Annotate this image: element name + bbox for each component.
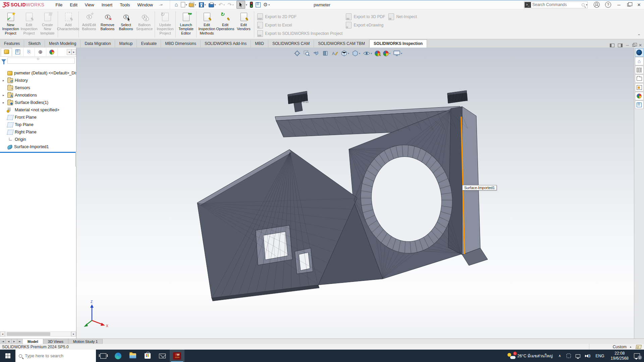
add-edit-balloons-button[interactable]: 1★ Add/Edit Balloons (80, 11, 98, 31)
panel-tab-scroll-right[interactable]: ▸ (71, 49, 76, 55)
tab-mbd-dimensions[interactable]: MBD Dimensions (161, 40, 201, 48)
edge-app-button[interactable] (111, 350, 125, 362)
edit-appearance-button[interactable] (374, 50, 381, 57)
undo-button[interactable]: ↶▾ (218, 1, 226, 9)
search-commands-input[interactable] (532, 2, 582, 7)
start-button[interactable] (0, 350, 15, 362)
displaymanager-tab[interactable] (46, 48, 58, 56)
tab-data-migration[interactable]: Data Migration (80, 40, 115, 48)
model-tab[interactable]: Model (23, 339, 43, 344)
tab-solidworks-add-ins[interactable]: SOLIDWORKS Add-Ins (201, 40, 251, 48)
3d-views-tab[interactable]: 3D Views (43, 339, 68, 344)
update-inspection-project-button[interactable]: ↻ Update Inspection Project (156, 11, 174, 35)
new-inspection-project-button[interactable]: ✔★ New Inspection Project (1, 11, 20, 35)
tab-solidworks-cam[interactable]: SOLIDWORKS CAM (268, 40, 314, 48)
tab-features[interactable]: Features (0, 40, 24, 48)
doc-restore-button[interactable] (632, 44, 635, 47)
close-button[interactable]: ✕ (634, 0, 644, 9)
print-button[interactable]: ▾ (208, 1, 217, 9)
balloon-sequence-button[interactable]: 12 Balloon Sequence (135, 11, 154, 31)
tree-item-surface-imported1[interactable]: Surface-Imported1 (0, 143, 76, 150)
command-search[interactable]: >_ ▾ (524, 1, 588, 8)
file-properties-button[interactable] (255, 1, 262, 9)
appearances-scenes-button[interactable] (635, 92, 644, 100)
panel-horizontal-scrollbar[interactable]: ◂ ▸ (0, 331, 76, 337)
motion-study-tab[interactable]: Motion Study 1 (68, 339, 103, 344)
doc-minimize-button[interactable]: ─ (626, 43, 629, 48)
custom-properties-button[interactable] (635, 101, 644, 109)
pane-left-icon[interactable] (610, 44, 614, 47)
scrollbar-thumb[interactable] (7, 332, 50, 336)
tree-item-annotations[interactable]: ▸ A Annotations (0, 92, 76, 99)
tab-markup[interactable]: Markup (115, 40, 137, 48)
tree-filter-input[interactable] (7, 58, 75, 64)
expander-icon[interactable]: ▸ (3, 79, 7, 82)
dynamic-annotation-views-button[interactable]: A (330, 49, 339, 57)
menu-tools[interactable]: Tools (116, 1, 133, 9)
net-inspect-button[interactable]: Net-Inspect (388, 12, 417, 21)
menu-edit[interactable]: Edit (66, 1, 81, 9)
units-caret-icon[interactable]: ▴ (630, 345, 631, 348)
volume-tray-icon[interactable]: )) (585, 354, 590, 358)
export-sw-inspection-button[interactable]: Export to SOLIDWORKS Inspection Project (257, 29, 342, 38)
select-balloons-button[interactable]: 1 Select Balloons (117, 11, 135, 31)
filter-funnel-icon[interactable] (1, 59, 6, 62)
tab-solidworks-cam-tbm[interactable]: SOLIDWORKS CAM TBM (314, 40, 369, 48)
hidden-icons-chevron[interactable]: ∧ (558, 354, 561, 358)
tree-item-material[interactable]: Material <not specified> (0, 106, 76, 114)
solidworks-app-button[interactable]: SW2024 (170, 350, 184, 362)
tab-mbd[interactable]: MBD (251, 40, 268, 48)
panel-collapse-handle[interactable] (37, 58, 39, 60)
add-characteristic-button[interactable]: ✎ Add Characteristic (59, 11, 77, 31)
export-edrawing-button[interactable]: Export eDrawing (346, 21, 385, 29)
export-2d-pdf-button[interactable]: Export to 2D PDF (257, 12, 342, 21)
remove-balloons-button[interactable]: 1× Remove Balloons (98, 11, 117, 31)
featuremanager-tab[interactable] (1, 48, 12, 56)
search-dropdown-caret[interactable]: ▾ (586, 3, 587, 6)
redo-button[interactable]: ↷▾ (226, 1, 235, 9)
network-tray-icon[interactable] (576, 354, 580, 358)
tree-item-right-plane[interactable]: Right Plane (0, 128, 76, 136)
propertymanager-tab[interactable] (12, 48, 23, 56)
action-center-icon[interactable]: 2 (634, 353, 640, 358)
previous-view-button[interactable] (312, 49, 320, 57)
rebuild-button[interactable] (249, 1, 254, 9)
panel-tab-scroll-left[interactable]: ◂ (67, 49, 71, 55)
launch-template-editor-button[interactable]: ➥ Launch Template Editor (177, 11, 195, 35)
clock[interactable]: 22:08 19/6/2568 (611, 351, 629, 361)
view-palette-button[interactable] (635, 83, 644, 92)
snip-tray-icon[interactable] (567, 354, 571, 358)
options-button[interactable]: ⚙▾ (262, 1, 271, 9)
hide-show-items-button[interactable]: ▾ (362, 49, 373, 57)
3dexperience-pane-button[interactable] (635, 48, 644, 57)
menu-file[interactable]: File (52, 1, 66, 9)
zoom-to-area-button[interactable] (302, 49, 311, 57)
graphics-viewport[interactable]: A ▾ ▾ ▾ ▾ ▾ Surface-Imported1 Z X (76, 48, 634, 339)
tab-sketch[interactable]: Sketch (24, 40, 45, 48)
weather-widget[interactable]: 1 26°C มีเมฆส่วนใหญ่ (507, 353, 553, 359)
doc-close-button[interactable]: ✕ (639, 43, 642, 48)
next-tab-icon[interactable]: ▶ (11, 339, 17, 344)
tree-item-surface-bodies[interactable]: ▸ ◆ Surface Bodies(1) (0, 99, 76, 106)
display-style-button[interactable]: ▾ (351, 49, 361, 57)
configurationmanager-tab[interactable]: ⎘ (23, 48, 35, 56)
account-button[interactable] (594, 2, 600, 8)
new-document-button[interactable]: ▾ (180, 1, 188, 9)
units-label[interactable]: Custom (613, 345, 627, 349)
create-new-template-button[interactable]: ▤ Create New template (38, 11, 57, 35)
select-tool-button[interactable]: ▾ (235, 1, 248, 9)
tab-mesh-modeling[interactable]: Mesh Modeling (45, 40, 80, 48)
tree-item-top-plane[interactable]: Top Plane (0, 121, 76, 128)
tab-solidworks-inspection[interactable]: SOLIDWORKS Inspection (369, 40, 427, 48)
first-tab-icon[interactable]: |◀ (0, 339, 6, 344)
tree-item-origin[interactable]: Origin (0, 136, 76, 143)
tree-item-sensors[interactable]: ◔ Sensors (0, 84, 76, 92)
menu-insert[interactable]: Insert (98, 1, 116, 9)
edit-vendors-button[interactable]: ✎ Edit Vendors (234, 11, 253, 31)
view-orientation-button[interactable]: ▾ (340, 49, 350, 57)
expander-icon[interactable]: ▸ (3, 101, 7, 104)
tag-icon[interactable] (636, 345, 642, 349)
edit-operations-button[interactable]: ↻✎ Edit Operations (216, 11, 234, 31)
minimize-button[interactable]: ─ (614, 0, 624, 9)
taskbar-search[interactable] (15, 350, 96, 362)
